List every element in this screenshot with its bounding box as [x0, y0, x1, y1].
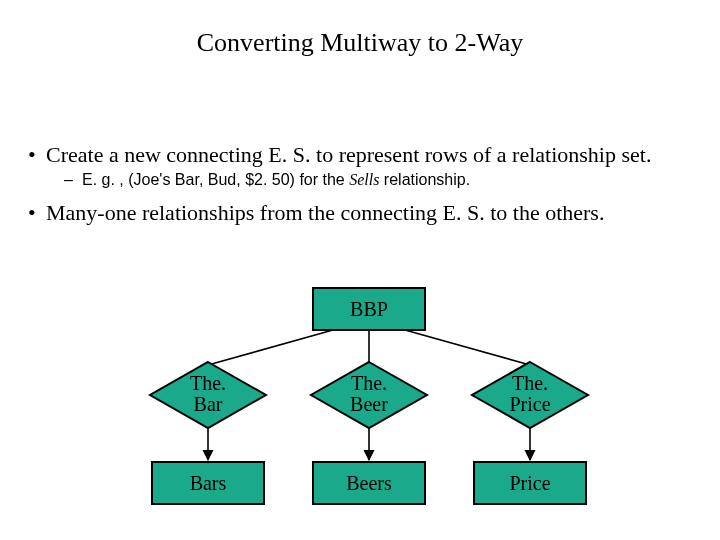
entity-beers: Beers: [313, 462, 425, 504]
slide: Converting Multiway to 2-Way Create a ne…: [0, 0, 720, 540]
entity-beers-label: Beers: [346, 472, 392, 494]
relationship-thebeer-line2: Beer: [350, 393, 388, 415]
entity-price: Price: [474, 462, 586, 504]
edge-bbp-to-theprice: [405, 330, 530, 365]
entity-bbp: BBP: [313, 288, 425, 330]
relationship-theprice-line1: The.: [512, 372, 548, 394]
relationship-thebeer-line1: The.: [351, 372, 387, 394]
relationship-thebar-line1: The.: [190, 372, 226, 394]
er-diagram: BBP The. Bar The. Beer The. Price Ba: [0, 0, 720, 540]
relationship-thebar-line2: Bar: [194, 393, 223, 415]
entity-bars: Bars: [152, 462, 264, 504]
entity-bars-label: Bars: [190, 472, 227, 494]
edge-bbp-to-thebar: [208, 330, 333, 365]
entity-bbp-label: BBP: [350, 298, 388, 320]
relationship-theprice-line2: Price: [509, 393, 550, 415]
relationship-thebar: The. Bar: [150, 362, 266, 428]
entity-price-label: Price: [509, 472, 550, 494]
relationship-theprice: The. Price: [472, 362, 588, 428]
relationship-thebeer: The. Beer: [311, 362, 427, 428]
